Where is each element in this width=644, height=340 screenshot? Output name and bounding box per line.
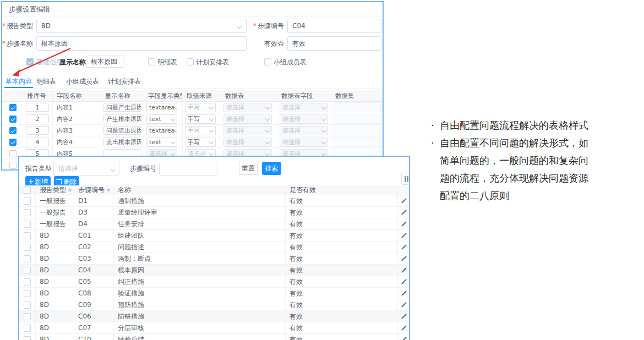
edit-icon[interactable]	[401, 337, 407, 340]
search-button[interactable]: 搜索	[262, 162, 281, 175]
step-code-cell: C02	[74, 242, 114, 253]
value-source-select[interactable]: 手写	[185, 126, 216, 135]
row-checkbox[interactable]	[9, 104, 17, 111]
search-step-no-input[interactable]	[159, 162, 217, 176]
field-type-select[interactable]: textarea	[146, 126, 177, 135]
row-checkbox[interactable]	[24, 232, 31, 239]
step-row[interactable]: 8DC04根本原因有效	[19, 265, 409, 276]
order-input[interactable]: 4	[26, 138, 49, 146]
row-checkbox[interactable]	[24, 244, 31, 251]
row-checkbox[interactable]	[24, 198, 31, 205]
report-type-select[interactable]: 8D	[36, 19, 247, 33]
edit-icon[interactable]	[401, 244, 407, 250]
tab-plan-schedule[interactable]: 计划安排表	[108, 76, 141, 88]
field-row[interactable]: 3内容3问题流出原因textarea手写请选择请选择	[2, 125, 383, 136]
step-row[interactable]: 一般报告D3质量经理评审有效	[19, 207, 409, 218]
display-name-input[interactable]: 问题产生原因	[103, 103, 141, 112]
tab-detail-table[interactable]: 明细表	[36, 76, 56, 88]
member-table-checkbox[interactable]	[264, 58, 271, 65]
step-row[interactable]: 一般报告D4任务安排有效	[19, 218, 409, 230]
row-checkbox[interactable]	[9, 162, 17, 169]
data-table-select[interactable]: 请选择	[223, 126, 272, 135]
step-row[interactable]: 8DC07分层审核有效	[19, 322, 409, 334]
step-row[interactable]: 8DC10经验总结有效	[19, 334, 409, 340]
field-name-cell: 内容3	[53, 125, 101, 136]
edit-icon[interactable]	[401, 279, 407, 284]
row-checkbox[interactable]	[9, 139, 17, 146]
row-checkbox[interactable]	[24, 313, 31, 320]
edit-icon[interactable]	[401, 233, 407, 238]
step-row[interactable]: 8DC09预防措施有效	[19, 299, 409, 311]
value-source-select[interactable]: 手写	[185, 103, 216, 112]
edit-icon[interactable]	[401, 290, 407, 296]
data-table-field-select[interactable]: 请选择	[280, 126, 328, 135]
step-row[interactable]: 8DC05纠正措施有效	[19, 276, 409, 288]
step-name-input[interactable]: 根本原因	[36, 36, 247, 51]
row-checkbox[interactable]	[24, 209, 31, 216]
reset-button[interactable]: 重置	[239, 162, 258, 175]
step-row[interactable]: 8DC08验证措施有效	[19, 288, 409, 299]
base-info-label: 基础信息	[36, 57, 63, 67]
field-row[interactable]: 1内容1问题产生原因textarea手写请选择请选择	[2, 102, 383, 113]
order-input[interactable]: 2	[26, 114, 49, 123]
valid-input[interactable]: 有效	[287, 36, 381, 51]
row-checkbox[interactable]	[24, 267, 31, 274]
step-name-cell: 遏制措施	[114, 195, 286, 206]
step-row[interactable]: 8DC01组建团队有效	[19, 230, 409, 242]
column-settings-button[interactable]	[401, 173, 410, 185]
base-info-checkbox[interactable]	[26, 58, 34, 65]
search-report-type-select[interactable]: 请选择	[53, 162, 119, 176]
order-input[interactable]: 1	[26, 103, 49, 112]
data-table-field-select[interactable]: 请选择	[280, 114, 328, 124]
row-checkbox[interactable]	[24, 336, 31, 340]
field-type-select-value: text	[149, 139, 161, 146]
display-name-input[interactable]: 问题流出原因	[103, 126, 141, 135]
edit-icon[interactable]	[401, 325, 407, 331]
display-name-input[interactable]: 根本原因	[86, 56, 124, 68]
value-source-select[interactable]: 手写	[185, 114, 216, 124]
order-input[interactable]: 3	[26, 126, 49, 135]
row-checkbox[interactable]	[9, 116, 17, 123]
row-checkbox[interactable]	[24, 278, 31, 286]
row-checkbox[interactable]	[24, 255, 31, 262]
field-row[interactable]: 2内容2产生根本原因text手写请选择请选择	[2, 113, 383, 125]
row-checkbox[interactable]	[9, 127, 17, 134]
edit-icon[interactable]	[401, 267, 407, 273]
data-table-select[interactable]: 请选择	[223, 138, 272, 147]
tab-basic-content[interactable]: 基本内容	[6, 76, 32, 88]
edit-icon[interactable]	[401, 302, 407, 308]
value-source-select[interactable]: 手写	[185, 138, 216, 147]
row-checkbox[interactable]	[24, 325, 31, 332]
field-row[interactable]: 4内容4流出根本原因text手写请选择请选择	[2, 136, 383, 148]
display-name-input[interactable]: 流出根本原因	[103, 138, 141, 146]
sort-icon[interactable]	[107, 187, 110, 194]
edit-icon[interactable]	[401, 198, 407, 204]
sort-icon[interactable]	[68, 187, 72, 194]
data-table-field-select[interactable]: 请选择	[280, 138, 328, 147]
edit-icon[interactable]	[401, 314, 407, 319]
field-type-select[interactable]: text	[146, 114, 177, 124]
step-no-input[interactable]: C04	[287, 19, 381, 33]
row-checkbox[interactable]	[24, 290, 31, 297]
plan-table-checkbox[interactable]	[187, 58, 194, 65]
row-checkbox[interactable]	[24, 221, 31, 228]
detail-table-checkbox[interactable]	[148, 58, 155, 65]
data-table-select[interactable]: 请选择	[223, 103, 272, 112]
step-row[interactable]: 8DC06防错措施有效	[19, 311, 409, 322]
step-row[interactable]: 8DC03遏制：断点有效	[19, 253, 409, 265]
data-table-field-select[interactable]: 请选择	[280, 103, 328, 112]
edit-icon[interactable]	[401, 256, 407, 261]
data-table-select[interactable]: 请选择	[223, 114, 272, 124]
edit-icon[interactable]	[401, 221, 407, 227]
field-type-select[interactable]: text	[146, 138, 177, 147]
tab-team-members[interactable]: 小组成员表	[66, 76, 99, 88]
step-row[interactable]: 一般报告D1遏制措施有效	[19, 195, 409, 207]
select-all-checkbox[interactable]	[24, 187, 31, 194]
column-header-label: 排序号	[27, 92, 46, 100]
step-row[interactable]: 8DC02问题描述有效	[19, 242, 409, 253]
row-checkbox[interactable]	[9, 150, 17, 157]
field-type-select[interactable]: textarea	[146, 103, 177, 112]
edit-icon[interactable]	[401, 210, 407, 215]
row-checkbox[interactable]	[24, 301, 31, 309]
display-name-input[interactable]: 产生根本原因	[103, 114, 141, 123]
